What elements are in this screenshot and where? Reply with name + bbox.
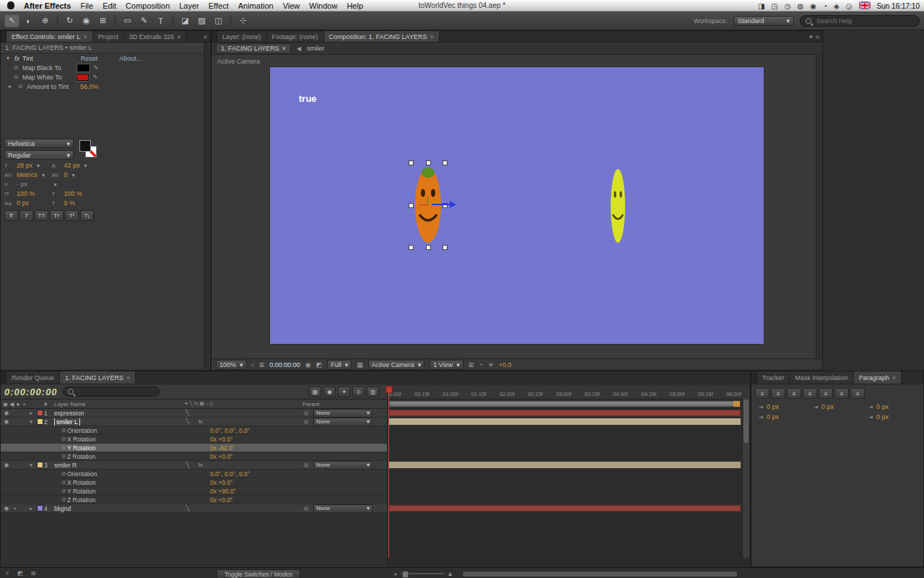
property-name[interactable]: Z Rotation <box>67 453 210 460</box>
battery-icon[interactable]: ◶ <box>846 2 853 10</box>
property-value[interactable]: 0x +0.0° <box>210 436 233 443</box>
tab-layer-viewer[interactable]: Layer: (none) <box>217 31 267 42</box>
justify-last-left-button[interactable]: ≡ <box>803 388 817 399</box>
property-value[interactable]: 0.0°, 0.0°, 0.0° <box>210 427 250 434</box>
scrollbar[interactable] <box>204 43 209 369</box>
small-caps-button[interactable]: Tт <box>50 210 64 221</box>
stopwatch-icon[interactable]: ⊙ <box>60 444 67 451</box>
subscript-button[interactable]: T₁ <box>80 210 94 221</box>
label-color-chip[interactable] <box>37 505 43 512</box>
stroke-width-value[interactable]: - px <box>17 181 27 188</box>
indent-right-value[interactable]: 0 px <box>876 403 889 410</box>
eye-icon[interactable]: ◉ <box>3 418 10 425</box>
superscript-button[interactable]: T¹ <box>65 210 79 221</box>
justify-last-right-button[interactable]: ≡ <box>834 388 849 399</box>
color-swatch[interactable] <box>77 74 89 81</box>
eye-icon[interactable]: ◉ <box>3 410 10 416</box>
chevron-down-icon[interactable]: ▾ <box>809 33 813 40</box>
tab-3d-extrude[interactable]: 3D Extrude 326 × <box>124 31 187 42</box>
property-row-y-rotation[interactable]: ⊙ Y Rotation 0x +90.0° <box>1 487 750 496</box>
menu-effect[interactable]: Effect <box>209 1 229 10</box>
property-track[interactable] <box>387 435 750 443</box>
time-machine-icon[interactable]: ◷ <box>785 2 791 10</box>
timeline-vertical-scrollbar[interactable] <box>742 398 749 558</box>
lock-icon[interactable]: ▪ <box>12 505 19 512</box>
type-tool-icon[interactable]: T <box>153 14 168 27</box>
menubar-clock[interactable]: Sun 16:17:10 <box>877 2 920 10</box>
tab-effect-controls[interactable]: Effect Controls: smiler L × <box>6 31 93 42</box>
table-row-expression[interactable]: ◉ ▸ 1 expression ╲ ◎ None ▾ <box>1 409 750 418</box>
tsume-value[interactable]: 0 % <box>64 199 76 207</box>
all-caps-button[interactable]: TT <box>35 210 48 221</box>
parent-pickwhip-icon[interactable]: ◎ <box>302 505 310 512</box>
exposure-icon[interactable]: ☀ <box>488 361 494 368</box>
align-center-button[interactable]: ≡ <box>771 388 785 399</box>
font-size-value[interactable]: 28 px <box>17 162 32 169</box>
x-axis-handle[interactable] <box>419 204 427 205</box>
panel-grip[interactable] <box>1 371 6 384</box>
panel-menu-icon[interactable]: ≡ <box>204 33 207 40</box>
toggle-switches-modes-button[interactable]: Toggle Switches / Modes <box>217 569 300 578</box>
column-layer-name[interactable]: Layer Name <box>54 401 184 407</box>
property-track[interactable] <box>387 452 750 460</box>
color-swatch[interactable] <box>77 64 90 72</box>
zoom-slider-handle[interactable] <box>402 571 409 578</box>
eyedropper-icon[interactable]: ✎ <box>92 74 99 80</box>
layer-duration-track[interactable] <box>387 504 750 512</box>
parent-dropdown[interactable]: None ▾ <box>313 409 372 418</box>
property-track[interactable] <box>387 478 750 486</box>
eyedropper-icon[interactable]: ✎ <box>92 64 100 71</box>
timeline-search-box[interactable] <box>63 387 160 397</box>
eye-icon[interactable]: ◉ <box>3 462 10 468</box>
close-icon[interactable]: × <box>282 45 286 52</box>
property-track[interactable] <box>387 426 750 434</box>
property-row-orientation[interactable]: ⊙ Orientation 0.0°, 0.0°, 0.0° <box>1 470 750 478</box>
rotation-tool-icon[interactable]: ↻ <box>62 14 77 27</box>
property-value[interactable]: 0x +0.0° <box>210 496 233 504</box>
breadcrumb-comp[interactable]: 1. FACING LAYERS × <box>216 43 291 53</box>
layer-name[interactable]: smiler R <box>54 462 184 469</box>
auto-keyframe-icon[interactable]: ⊙ <box>352 387 365 397</box>
twirl-icon[interactable]: ▾ <box>27 462 35 468</box>
panel-grip[interactable] <box>1 31 6 42</box>
close-icon[interactable]: × <box>430 33 433 40</box>
puppet-pin-tool-icon[interactable]: ⊹ <box>235 14 250 27</box>
help-search-input[interactable] <box>815 17 914 25</box>
stopwatch-icon[interactable]: ⊙ <box>60 496 67 503</box>
parent-pickwhip-icon[interactable]: ◎ <box>302 410 310 416</box>
magnification-dropdown[interactable]: 100% ▾ <box>216 360 247 370</box>
menu-help[interactable]: Help <box>346 1 363 10</box>
layer-duration-track[interactable] <box>387 461 750 469</box>
leading-value[interactable]: 42 px <box>64 162 80 169</box>
menu-composition[interactable]: Composition <box>126 1 170 10</box>
selection-bounds[interactable] <box>411 163 445 248</box>
kerning-value[interactable]: Metrics <box>17 171 38 178</box>
font-family-dropdown[interactable]: Helvetica ▾ <box>4 139 74 148</box>
keyboard-icon[interactable]: ◍ <box>798 2 804 10</box>
stopwatch-icon[interactable]: ⊙ <box>12 74 19 80</box>
parent-dropdown[interactable]: None ▾ <box>313 461 372 470</box>
snapshot-icon[interactable]: ◉ <box>305 361 311 368</box>
shape-tool-icon[interactable]: ▭ <box>120 14 135 27</box>
safe-zones-icon[interactable]: ▫ <box>252 361 254 368</box>
indent-left-value[interactable]: 0 px <box>767 403 779 410</box>
reset-button[interactable]: Reset <box>81 55 98 62</box>
help-search-box[interactable] <box>800 15 920 27</box>
property-value[interactable]: 0x +0.0° <box>210 453 233 460</box>
timeline-zoom-slider[interactable] <box>401 573 444 574</box>
close-icon[interactable]: × <box>177 33 180 40</box>
panel-menu-icon[interactable]: ≡ <box>816 33 819 40</box>
close-icon[interactable]: × <box>83 33 87 40</box>
current-time-indicator[interactable] <box>388 387 389 558</box>
table-row-bkgnd[interactable]: ◉ ▪ ▸ 4 bkgnd ╲ ◎ None ▾ <box>1 504 750 513</box>
menu-file[interactable]: File <box>80 1 93 10</box>
zoom-out-icon[interactable]: ▲ <box>393 571 398 576</box>
menu-view[interactable]: View <box>283 1 300 10</box>
expose-icon[interactable]: ◳ <box>771 2 777 10</box>
first-line-indent-value[interactable]: 0 px <box>821 403 834 410</box>
zoom-in-icon[interactable]: ▲ <box>447 570 453 577</box>
property-row-y-rotation[interactable]: ⊙ Y Rotation 0x -82.0° <box>1 444 750 452</box>
stopwatch-icon[interactable]: ⊙ <box>60 436 67 442</box>
layer-duration-track[interactable] <box>387 409 750 417</box>
tab-footage-viewer[interactable]: Footage: (none) <box>267 31 324 42</box>
